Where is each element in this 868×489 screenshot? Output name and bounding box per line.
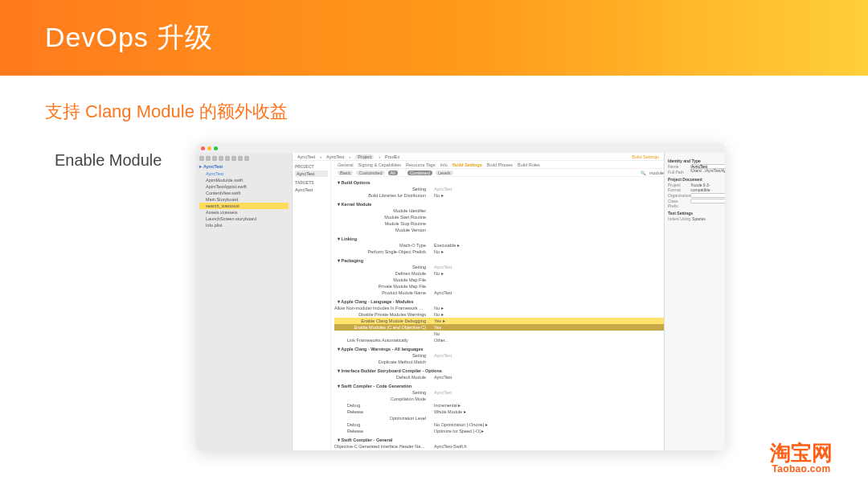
project-row: AyncTest bbox=[295, 171, 328, 177]
organization-input[interactable] bbox=[690, 193, 725, 198]
minimize-icon[interactable] bbox=[207, 146, 211, 150]
taobao-logo: 淘宝网 Taobao.com bbox=[770, 442, 833, 475]
section-header[interactable]: ▾ Apple Clang - Warnings - All languages bbox=[334, 346, 664, 352]
nav-item[interactable]: ApimTestApptst.swift bbox=[199, 183, 289, 190]
filter-search: module bbox=[649, 171, 664, 175]
target-row: AyncTest bbox=[295, 187, 328, 193]
setting-row[interactable]: Enable Clang Module DebuggingYes ▸ bbox=[334, 318, 664, 324]
enable-module-label: Enable Module bbox=[55, 151, 162, 170]
setting-row[interactable]: Compilation Mode bbox=[334, 396, 664, 402]
section-header[interactable]: ▾ Linking bbox=[334, 236, 664, 242]
setting-row[interactable]: Module Identifier bbox=[334, 208, 664, 214]
editor-tab[interactable]: Build Rules bbox=[518, 162, 540, 167]
section-header[interactable]: ▾ Kernel Module bbox=[334, 201, 664, 208]
setting-row[interactable]: Defines ModuleNo ▸ bbox=[334, 270, 664, 277]
setting-row[interactable]: Module Stop Routine bbox=[334, 220, 664, 227]
editor-tab[interactable]: Resource Tags bbox=[406, 162, 436, 167]
setting-row[interactable]: Optimization Level bbox=[334, 415, 664, 421]
setting-row[interactable]: Mach-O TypeExecutable ▸ bbox=[334, 242, 664, 249]
setting-row[interactable]: Module Version bbox=[334, 227, 664, 233]
project-target-list[interactable]: PROJECT AyncTest TARGETS AyncTest bbox=[293, 161, 331, 450]
editor-tab[interactable]: General bbox=[338, 162, 354, 167]
section-header[interactable]: ▾ Apple Clang - Language - Modules bbox=[334, 298, 664, 305]
section-header[interactable]: ▾ Swift Compiler - General bbox=[334, 437, 664, 443]
setting-row[interactable]: Duplicate Method Match bbox=[334, 359, 664, 365]
setting-row[interactable]: Allow Non-modular Includes In Framework … bbox=[334, 305, 664, 311]
editor-tab[interactable]: Build Phases bbox=[487, 162, 513, 167]
project-navigator: ▸AyncTest AyncTestApimModulde.swiftApimT… bbox=[196, 153, 293, 450]
setting-row[interactable]: SettingAyncTest bbox=[334, 352, 664, 359]
editor-tab[interactable]: Signing & Capabilities bbox=[358, 162, 402, 167]
setting-row[interactable]: Default ModuleAyncTest bbox=[334, 374, 664, 380]
nav-item[interactable]: search_wassssst bbox=[199, 203, 289, 209]
nav-item[interactable]: LaunchScreen.storyboard bbox=[199, 216, 289, 222]
section-header[interactable]: ▾ Build Options bbox=[334, 179, 664, 186]
setting-row[interactable]: Build Libraries for DistributionNo ▸ bbox=[334, 192, 664, 199]
inspector-panel: Identity and Type Name Full Path/Users/.… bbox=[664, 153, 725, 450]
filter-bar[interactable]: Basic Customized All Combined Levels 🔍 m… bbox=[334, 169, 664, 177]
zoom-icon[interactable] bbox=[214, 146, 218, 150]
setting-row[interactable]: Module Start Routine bbox=[334, 214, 664, 220]
setting-row[interactable]: No bbox=[334, 331, 664, 337]
xcode-screenshot: ▸AyncTest AyncTestApimModulde.swiftApimT… bbox=[196, 143, 725, 450]
setting-row[interactable]: ReleaseWhole Module ▸ bbox=[334, 409, 664, 415]
nav-toolbar[interactable] bbox=[199, 156, 289, 161]
close-icon[interactable] bbox=[201, 146, 205, 150]
section-header[interactable]: ▾ Swift Compiler - Code Generation bbox=[334, 383, 664, 389]
nav-item[interactable]: Info.plist bbox=[199, 222, 289, 228]
slide-subtitle: 支持 Clang Module 的额外收益 bbox=[45, 100, 868, 124]
build-settings-table: GeneralSigning & CapabilitiesResource Ta… bbox=[331, 161, 664, 450]
editor-tabs[interactable]: GeneralSigning & CapabilitiesResource Ta… bbox=[334, 161, 664, 169]
section-header[interactable]: ▾ Packaging bbox=[334, 257, 664, 264]
setting-row[interactable]: Module Map File bbox=[334, 277, 664, 283]
setting-row[interactable]: SettingAyncTest bbox=[334, 264, 664, 270]
title-banner: DevOps 升级 bbox=[0, 0, 868, 76]
slide-title: DevOps 升级 bbox=[45, 19, 213, 56]
nav-item[interactable]: ContentView.swift bbox=[199, 190, 289, 196]
setting-row[interactable]: SettingAyncTest bbox=[334, 186, 664, 192]
setting-row[interactable]: DebugIncremental ▸ bbox=[334, 402, 664, 409]
setting-row[interactable]: Enable Modules (C and Objective-C)Yes bbox=[334, 324, 664, 331]
setting-row[interactable]: SettingAyncTest bbox=[334, 389, 664, 396]
setting-row[interactable]: ReleaseOptimize for Speed [-O] ▸ bbox=[334, 428, 664, 434]
editor-area: AyncTest› AyncTest› Project› ProdEx Buil… bbox=[293, 153, 664, 450]
setting-row[interactable]: DebugNo Optimization [-Onone] ▸ bbox=[334, 421, 664, 428]
editor-tab[interactable]: Info bbox=[440, 162, 448, 167]
setting-row[interactable]: Perform Single-Object PrelinkNo ▸ bbox=[334, 249, 664, 255]
setting-row[interactable]: Link Frameworks AutomaticallyOther... bbox=[334, 337, 664, 343]
setting-row[interactable]: Product Module NameAyncTest bbox=[334, 290, 664, 296]
nav-item[interactable]: Assets.xcassets bbox=[199, 209, 289, 216]
nav-item[interactable]: ApimModulde.swift bbox=[199, 177, 289, 183]
setting-row[interactable]: Private Module Map File bbox=[334, 283, 664, 290]
editor-tab[interactable]: Build Settings bbox=[452, 162, 482, 167]
build-settings-crumb: Build Settings bbox=[632, 154, 659, 159]
nav-project-root[interactable]: ▸AyncTest bbox=[199, 164, 289, 169]
section-header[interactable]: ▾ Interface Builder Storyboard Compiler … bbox=[334, 368, 664, 374]
nav-item[interactable]: Main.Storyboard bbox=[199, 196, 289, 203]
window-titlebar bbox=[196, 143, 725, 153]
setting-row[interactable]: Objective-C Generated Interface Header N… bbox=[334, 443, 664, 450]
jump-bar[interactable]: AyncTest› AyncTest› Project› ProdEx Buil… bbox=[293, 153, 664, 161]
class-prefix-input[interactable] bbox=[690, 199, 725, 203]
nav-item[interactable]: AyncTest bbox=[199, 171, 289, 177]
setting-row[interactable]: Disable Private Modules WarningsNo ▸ bbox=[334, 311, 664, 318]
